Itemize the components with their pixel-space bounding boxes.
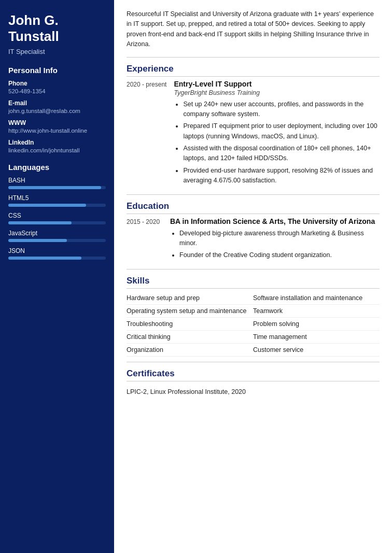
skill-item: Problem solving	[253, 318, 380, 331]
bullet-item: Prepared IT equipment prior to user depl…	[183, 121, 380, 141]
edu-title: BA in Information Science & Arts, The Un…	[170, 217, 380, 225]
skill-item: Operating system setup and maintenance	[127, 305, 253, 318]
language-item: BASH	[8, 177, 106, 189]
exp-title: Entry-Level IT Support	[174, 80, 380, 88]
exp-date: 2020 - present	[127, 80, 166, 188]
skills-divider	[127, 269, 380, 270]
language-name: HTML5	[8, 194, 106, 202]
language-item: HTML5	[8, 194, 106, 207]
skills-heading: Skills	[127, 276, 380, 289]
experience-heading: Experience	[127, 64, 380, 77]
experience-item: 2020 - present Entry-Level IT Support Ty…	[127, 80, 380, 188]
language-name: BASH	[8, 177, 106, 184]
skill-item: Customer service	[253, 344, 380, 357]
exp-bullets: Set up 240+ new user accounts, profiles,…	[174, 100, 380, 186]
bullet-item: Provided end-user hardware support, reso…	[183, 166, 380, 186]
email-value: john.g.tunstall@reslab.com	[8, 108, 106, 114]
skill-item: Critical thinking	[127, 331, 253, 344]
skills-list: Hardware setup and prepSoftware installa…	[127, 292, 380, 357]
certificate-item: LPIC-2, Linux Professional Institute, 20…	[127, 385, 380, 399]
certificates-list: LPIC-2, Linux Professional Institute, 20…	[127, 385, 380, 399]
skill-item: Teamwork	[253, 305, 380, 318]
language-item: CSS	[8, 212, 106, 224]
language-bar-fill	[8, 257, 81, 260]
experience-list: 2020 - present Entry-Level IT Support Ty…	[127, 80, 380, 188]
edu-bullets: Developed big-picture awareness through …	[170, 229, 380, 261]
edu-date: 2015 - 2020	[127, 217, 163, 263]
education-list: 2015 - 2020 BA in Information Science & …	[127, 217, 380, 263]
language-bar-fill	[8, 221, 72, 224]
education-heading: Education	[127, 201, 380, 214]
candidate-title: IT Specialist	[8, 48, 106, 55]
language-item: JSON	[8, 247, 106, 260]
language-bar-bg	[8, 221, 106, 224]
language-bar-fill	[8, 239, 67, 242]
linkedin-value: linkedin.com/in/johntunstall	[8, 147, 106, 153]
education-item: 2015 - 2020 BA in Information Science & …	[127, 217, 380, 263]
language-bar-fill	[8, 204, 86, 207]
languages-list: BASH HTML5 CSS JavaScript JSON	[8, 177, 106, 260]
language-name: JavaScript	[8, 230, 106, 237]
candidate-name: John G. Tunstall	[8, 12, 106, 45]
languages-heading: Languages	[8, 163, 106, 172]
language-item: JavaScript	[8, 230, 106, 242]
skill-item: Organization	[127, 344, 253, 357]
certificates-heading: Certificates	[127, 368, 380, 381]
summary-divider	[127, 57, 380, 58]
email-label: E-mail	[8, 100, 106, 107]
language-bar-bg	[8, 186, 106, 189]
exp-content: Entry-Level IT Support TygerBright Busin…	[174, 80, 380, 188]
skill-item: Time management	[253, 331, 380, 344]
edu-content: BA in Information Science & Arts, The Un…	[170, 217, 380, 263]
phone-label: Phone	[8, 80, 106, 87]
linkedin-label: LinkedIn	[8, 139, 106, 146]
main-content: Resourceful IT Specialist and University…	[114, 0, 392, 553]
www-value: http://www.john-tunstall.online	[8, 127, 106, 134]
summary-text: Resourceful IT Specialist and University…	[127, 9, 380, 50]
personal-info-heading: Personal Info	[8, 66, 106, 75]
skill-item: Troubleshooting	[127, 318, 253, 331]
education-divider	[127, 194, 380, 195]
language-bar-fill	[8, 186, 101, 189]
bullet-item: Assisted with the disposal coordination …	[183, 144, 380, 164]
skill-item: Software installation and maintenance	[253, 292, 380, 305]
certs-divider	[127, 362, 380, 362]
bullet-item: Set up 240+ new user accounts, profiles,…	[183, 100, 380, 120]
bullet-item: Founder of the Creative Coding student o…	[179, 250, 380, 260]
language-bar-bg	[8, 257, 106, 260]
sidebar: John G. Tunstall IT Specialist Personal …	[0, 0, 114, 553]
language-name: JSON	[8, 247, 106, 254]
phone-value: 520-489-1354	[8, 88, 106, 94]
language-bar-bg	[8, 239, 106, 242]
resume-container: John G. Tunstall IT Specialist Personal …	[0, 0, 392, 553]
language-bar-bg	[8, 204, 106, 207]
exp-company: TygerBright Business Training	[174, 89, 380, 96]
bullet-item: Developed big-picture awareness through …	[179, 229, 380, 249]
language-name: CSS	[8, 212, 106, 219]
skill-item: Hardware setup and prep	[127, 292, 253, 305]
www-label: WWW	[8, 119, 106, 126]
